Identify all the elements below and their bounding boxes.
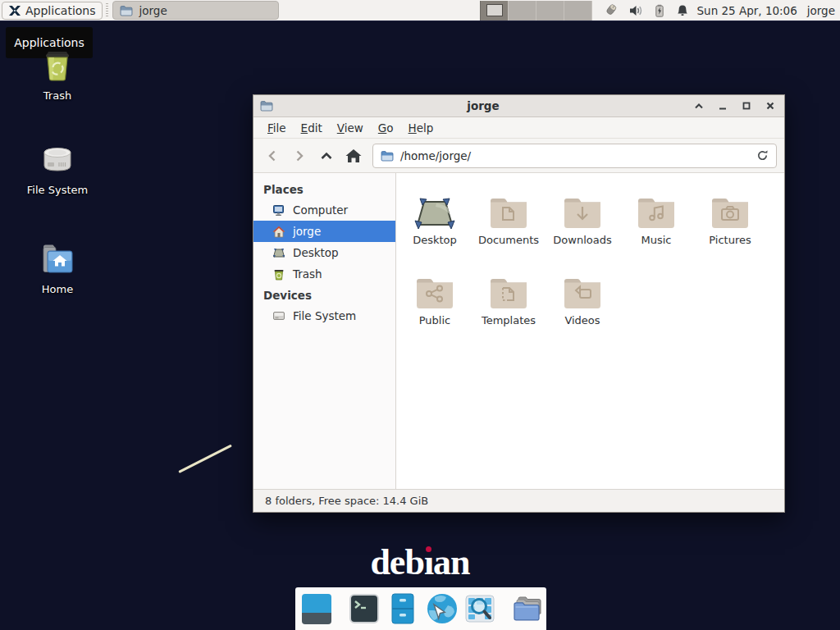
back-button[interactable] <box>261 144 284 167</box>
window-folder-icon <box>120 5 133 16</box>
statusbar-text: 8 folders, Free space: 14.4 GiB <box>265 495 428 507</box>
window-folder-icon <box>260 100 273 112</box>
sidebar-item-trash[interactable]: Trash <box>253 263 395 285</box>
menu-file[interactable]: File <box>260 119 294 137</box>
folder-label: Downloads <box>553 234 611 246</box>
scratch-line-artifact <box>178 445 232 473</box>
dock-panel <box>295 587 546 630</box>
desktop-icon <box>272 247 285 259</box>
terminal-icon <box>348 592 381 625</box>
window-title: jorge <box>278 99 688 112</box>
show-desktop-button[interactable] <box>300 592 333 625</box>
folder-launcher[interactable] <box>511 592 544 625</box>
terminal-launcher[interactable] <box>348 592 381 625</box>
desktop-icon-label: File System <box>8 184 107 196</box>
videos-folder-icon <box>562 276 603 311</box>
up-button[interactable] <box>315 144 338 167</box>
folder-item-documents[interactable]: Documents <box>472 183 546 263</box>
close-button[interactable] <box>765 100 776 112</box>
menu-view[interactable]: View <box>330 119 371 137</box>
notifications-bell-icon[interactable] <box>676 4 689 17</box>
folder-item-templates[interactable]: Templates <box>472 263 546 344</box>
show-desktop-icon <box>302 594 331 613</box>
folder-label: Templates <box>482 314 536 326</box>
workspace-3[interactable] <box>536 1 564 21</box>
menubar: File Edit View Go Help <box>253 117 784 139</box>
path-bar[interactable]: /home/jorge/ <box>372 144 777 168</box>
workspace-2[interactable] <box>508 1 536 21</box>
volume-icon[interactable] <box>629 4 643 17</box>
desktop-icon-trash[interactable]: Trash <box>8 45 107 102</box>
home-button[interactable] <box>342 144 365 167</box>
public-folder-icon <box>414 276 455 311</box>
workspace-4[interactable] <box>564 1 591 21</box>
desktop-icon-home[interactable]: Home <box>8 240 107 295</box>
forward-button[interactable] <box>288 144 311 167</box>
desktop-icon-label: Home <box>8 283 107 295</box>
sidebar-item-label: Computer <box>293 203 348 217</box>
taskbar-window-label: jorge <box>139 4 167 17</box>
minimize-button[interactable] <box>717 100 728 112</box>
window-titlebar[interactable]: jorge <box>253 95 784 117</box>
web-browser-launcher[interactable] <box>425 592 458 625</box>
folder-item-videos[interactable]: Videos <box>546 263 619 344</box>
folder-label: Pictures <box>709 234 751 246</box>
menu-help[interactable]: Help <box>401 119 441 137</box>
folder-item-downloads[interactable]: Downloads <box>546 183 619 263</box>
path-text[interactable]: /home/jorge/ <box>400 149 471 162</box>
harddisk-icon <box>272 310 285 322</box>
applications-menu-button[interactable]: Applications <box>2 2 103 20</box>
wordmark-i: ı <box>424 541 433 583</box>
folder-view[interactable]: Desktop Documents <box>396 173 784 489</box>
file-manager-launcher[interactable] <box>386 592 419 625</box>
reload-button[interactable] <box>756 149 769 162</box>
folder-item-desktop[interactable]: Desktop <box>398 183 472 263</box>
workspace-window-preview <box>486 4 503 16</box>
window-body: Places Computer <box>253 173 784 489</box>
toolbar: /home/jorge/ <box>253 139 784 173</box>
top-panel: Applications jorge <box>0 0 840 21</box>
downloads-folder-icon <box>562 196 603 231</box>
folder-item-music[interactable]: Music <box>619 183 693 263</box>
path-folder-icon <box>381 150 394 162</box>
desktop-icon-label: Trash <box>8 89 107 102</box>
sidebar-item-desktop[interactable]: Desktop <box>253 242 395 263</box>
wordmark-pre: deb <box>370 542 423 582</box>
home-icon <box>272 226 285 238</box>
workspace-1-active[interactable] <box>480 1 508 21</box>
sidebar-item-jorge[interactable]: jorge <box>253 221 395 242</box>
menu-go[interactable]: Go <box>371 119 401 137</box>
folder-item-pictures[interactable]: Pictures <box>693 183 767 263</box>
menu-edit[interactable]: Edit <box>294 119 330 137</box>
sidebar-item-label: jorge <box>293 225 321 238</box>
app-finder-launcher[interactable] <box>463 592 496 625</box>
panel-username[interactable]: jorge <box>807 4 835 17</box>
applications-menu-label: Applications <box>25 4 96 17</box>
folder-label: Music <box>641 234 672 246</box>
panel-clock[interactable]: Sun 25 Apr, 10:06 <box>697 4 797 17</box>
trash-icon <box>272 268 285 281</box>
sidebar: Places Computer <box>253 173 396 489</box>
sidebar-item-computer[interactable]: Computer <box>253 199 395 221</box>
battery-icon[interactable] <box>654 4 665 17</box>
desktop-icon-file-system[interactable]: File System <box>8 139 107 196</box>
folder-item-public[interactable]: Public <box>398 263 472 344</box>
trash-icon <box>39 45 76 83</box>
workspace-switcher[interactable] <box>480 1 592 21</box>
folder-label: Public <box>419 314 450 326</box>
desktop-screen: Applications jorge <box>0 0 840 630</box>
home-folder-icon <box>38 240 77 276</box>
folder-label: Documents <box>478 234 539 246</box>
pictures-folder-icon <box>710 196 751 231</box>
taskbar-window-button[interactable]: jorge <box>112 1 279 20</box>
sidebar-item-label: Trash <box>293 267 322 281</box>
xfce-logo-icon <box>8 4 21 17</box>
harddisk-icon <box>38 139 77 177</box>
sidebar-devices-header: Devices <box>253 285 395 305</box>
shade-button[interactable] <box>693 100 705 112</box>
statusbar: 8 folders, Free space: 14.4 GiB <box>253 489 784 512</box>
computer-icon <box>272 204 285 217</box>
mouse-icon[interactable] <box>604 3 619 17</box>
sidebar-item-file-system[interactable]: File System <box>253 305 395 326</box>
maximize-button[interactable] <box>741 100 752 112</box>
